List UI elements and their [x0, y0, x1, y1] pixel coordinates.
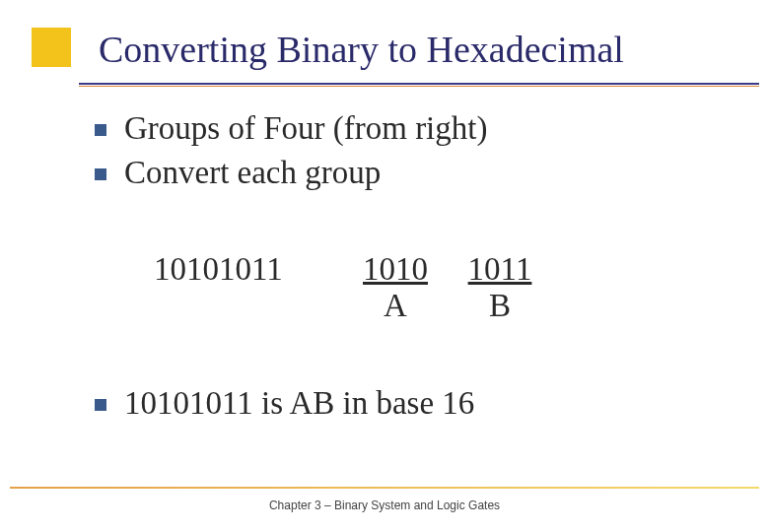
bullet-item: Convert each group: [95, 153, 730, 193]
bullet-text-3: 10101011 is AB in base 16: [124, 383, 474, 424]
example-group-2: 1011: [455, 251, 544, 288]
title-underline-accent: [79, 86, 759, 87]
example-hex-1: A: [351, 288, 440, 324]
bullet-item: 10101011 is AB in base 16: [95, 383, 730, 424]
example-row: 10101011 1010 1011 A B: [154, 251, 730, 324]
example-original-binary: 10101011: [154, 251, 351, 288]
square-bullet-icon: [95, 399, 106, 411]
bullet-text-2: Convert each group: [124, 153, 381, 193]
square-bullet-icon: [95, 168, 106, 180]
bullet-item: Groups of Four (from right): [95, 108, 730, 149]
example-groups-line: 1010 1011: [351, 251, 544, 288]
spacer: [95, 324, 730, 383]
example-hex-2: B: [455, 288, 544, 324]
slide: Converting Binary to Hexadecimal Groups …: [0, 0, 769, 532]
footer-line: [10, 487, 759, 489]
example-hex-line: A B: [351, 288, 544, 324]
square-bullet-icon: [95, 124, 106, 136]
content-area: Groups of Four (from right) Convert each…: [95, 108, 730, 428]
footer-chapter: Chapter 3 – Binary System and Logic Gate…: [0, 499, 769, 512]
example-block: 10101011 1010 1011 A B: [154, 251, 730, 324]
title-underline-main: [79, 83, 759, 85]
slide-title: Converting Binary to Hexadecimal: [99, 28, 749, 71]
example-group-1: 1010: [351, 251, 440, 288]
bullet-text-1: Groups of Four (from right): [124, 108, 487, 149]
accent-square: [32, 28, 71, 67]
example-groups-column: 1010 1011 A B: [351, 251, 544, 324]
title-underline: [79, 83, 759, 86]
